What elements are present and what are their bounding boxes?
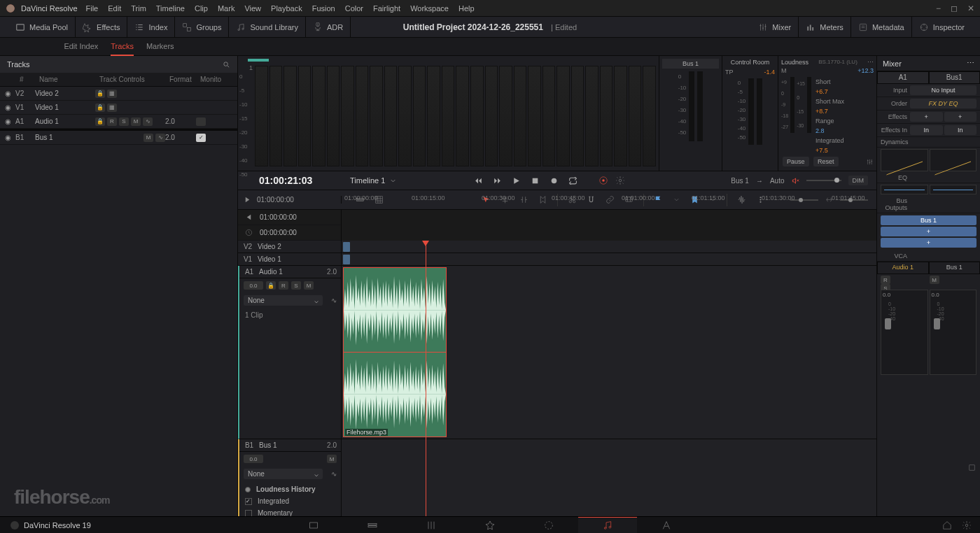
lock-icon[interactable]: 🔒	[95, 104, 105, 112]
index-button[interactable]: Index	[127, 17, 175, 38]
timeline-track-v1[interactable]	[342, 253, 876, 266]
auto-label[interactable]: Auto	[770, 177, 785, 185]
track-row[interactable]: ◉ B1 Bus 1 M∿ 2.0 ✓	[0, 131, 237, 145]
more-icon[interactable]	[756, 195, 765, 204]
video-clip[interactable]	[343, 242, 350, 252]
track-header-v2[interactable]: V2Video 2	[238, 241, 341, 253]
page-edit[interactable]	[402, 517, 461, 534]
timeline-track-b1[interactable]	[342, 439, 876, 516]
play-icon[interactable]	[512, 176, 521, 185]
search-icon[interactable]	[223, 61, 230, 69]
menu-mark[interactable]: Mark	[218, 4, 234, 13]
mixer-input-select[interactable]: No Input	[910, 85, 976, 95]
timeline-selector[interactable]: Timeline 1	[350, 176, 397, 185]
bus-gain[interactable]: 0.0	[244, 455, 263, 463]
video-clip[interactable]	[343, 255, 350, 264]
lock-icon[interactable]: 🔒	[95, 90, 105, 98]
go-end-icon[interactable]	[245, 213, 253, 221]
volume-mute-icon[interactable]	[792, 177, 799, 185]
groups-button[interactable]: Groups	[175, 17, 229, 38]
timeline-tracks-area[interactable]: Filehorse.mp3	[342, 241, 876, 516]
page-fusion[interactable]	[461, 517, 519, 534]
metadata-button[interactable]: Metadata	[851, 17, 912, 38]
meters-button[interactable]: Meters	[799, 17, 851, 38]
menu-file[interactable]: File	[86, 4, 99, 13]
range-icon[interactable]	[500, 195, 510, 204]
track-row[interactable]: ◉ V1 Video 1 🔒▦	[0, 101, 237, 115]
track-row[interactable]: ◉ A1 Audio 1 🔒RSM∿ 2.0	[0, 115, 237, 129]
mute-button[interactable]: M	[327, 455, 337, 463]
fader-a1[interactable]: 0.00-10-20-40	[881, 290, 928, 375]
page-deliver[interactable]	[637, 517, 696, 534]
fader-knob[interactable]	[885, 318, 891, 329]
filmstrip-icon[interactable]: ▦	[107, 104, 117, 112]
chevron-down-icon[interactable]: ⌵	[314, 470, 318, 478]
mixer-tab-bus1[interactable]: Bus1	[929, 71, 981, 84]
mixer-order[interactable]: FX DY EQ	[910, 99, 976, 108]
timeline-track-a1[interactable]: Filehorse.mp3	[342, 266, 876, 439]
curve-icon[interactable]: ∿	[155, 134, 165, 142]
track-header-b1[interactable]: B1Bus 12.0 0.0 M None⌵∿ Loudness History…	[238, 439, 341, 516]
close-icon[interactable]: ✕	[967, 3, 974, 13]
mute-button[interactable]: M	[144, 134, 153, 142]
monitor-checkbox[interactable]: ✓	[196, 134, 206, 142]
visibility-icon[interactable]: ◉	[0, 104, 15, 111]
link-icon[interactable]	[606, 195, 615, 204]
settings-icon[interactable]	[866, 158, 874, 166]
flag-solid-icon[interactable]	[654, 195, 663, 204]
gear-icon[interactable]	[615, 176, 625, 185]
playhead[interactable]	[426, 241, 426, 516]
arm-button[interactable]: R	[107, 118, 117, 126]
menu-timeline[interactable]: Timeline	[156, 4, 185, 13]
razor-icon[interactable]	[568, 195, 577, 204]
chevron-down-icon[interactable]: ⌵	[314, 297, 318, 304]
menu-playback[interactable]: Playback	[271, 4, 302, 13]
fader-knob[interactable]	[934, 318, 940, 329]
mixer-add-effect[interactable]: +	[944, 112, 977, 122]
track-row[interactable]: ◉ V2 Video 2 🔒▦	[0, 87, 237, 101]
curve-icon[interactable]: ∿	[327, 297, 341, 304]
arm-button[interactable]: R	[279, 281, 288, 290]
dim-button[interactable]: DIM	[848, 176, 869, 185]
track-header-a1[interactable]: A1Audio 12.0 0.0 🔒 R S M None⌵∿ 1 Clip	[238, 266, 341, 439]
page-media[interactable]	[284, 517, 343, 534]
maximize-icon[interactable]: ◻	[951, 3, 958, 13]
mixer-button[interactable]: Mixer	[751, 17, 799, 38]
zoom-fit-icon[interactable]	[825, 196, 833, 204]
adr-button[interactable]: ADR	[306, 17, 351, 38]
record-icon[interactable]	[550, 176, 559, 185]
zoom-slider-vertical[interactable]	[790, 199, 818, 201]
mute-button[interactable]: M	[304, 281, 314, 290]
loudness-pause-button[interactable]: Pause	[783, 157, 809, 166]
menu-view[interactable]: View	[244, 4, 261, 13]
integrated-checkbox[interactable]	[245, 498, 252, 505]
visibility-icon[interactable]: ◉	[0, 134, 15, 141]
menu-help[interactable]: Help	[458, 4, 475, 13]
lock-icon[interactable]: 🔒	[266, 281, 276, 290]
filmstrip-icon[interactable]: ▦	[107, 90, 117, 98]
mixer-add-effect[interactable]: +	[910, 112, 943, 122]
home-icon[interactable]	[942, 520, 952, 530]
gear-icon[interactable]	[962, 520, 972, 530]
mixer-dynamics-graph[interactable]	[877, 148, 980, 173]
track-effect-none[interactable]: None	[248, 297, 265, 304]
mixer-tab-a1[interactable]: A1	[877, 71, 929, 84]
sound-library-button[interactable]: Sound Library	[229, 17, 306, 38]
lock-icon[interactable]: 🔒	[95, 118, 105, 126]
mixer-add-bus[interactable]: +	[881, 238, 976, 248]
solo-button[interactable]: S	[119, 118, 129, 126]
curve-icon[interactable]: ∿	[327, 470, 341, 478]
waveform-icon[interactable]	[737, 195, 746, 204]
tab-markers[interactable]: Markers	[146, 38, 174, 56]
solo-button[interactable]: S	[291, 281, 301, 290]
mute-button[interactable]: M	[131, 118, 141, 126]
loudness-history-radio[interactable]	[245, 487, 251, 492]
page-color[interactable]	[519, 517, 578, 534]
media-pool-button[interactable]: Media Pool	[8, 17, 76, 38]
automation-icon[interactable]	[598, 176, 608, 185]
menu-fairlight[interactable]: Fairlight	[373, 4, 400, 13]
rewind-icon[interactable]	[474, 176, 483, 185]
bus-effect-none[interactable]: None	[248, 470, 265, 478]
chevron-down-icon[interactable]	[673, 196, 680, 204]
loop-icon[interactable]	[568, 176, 578, 185]
